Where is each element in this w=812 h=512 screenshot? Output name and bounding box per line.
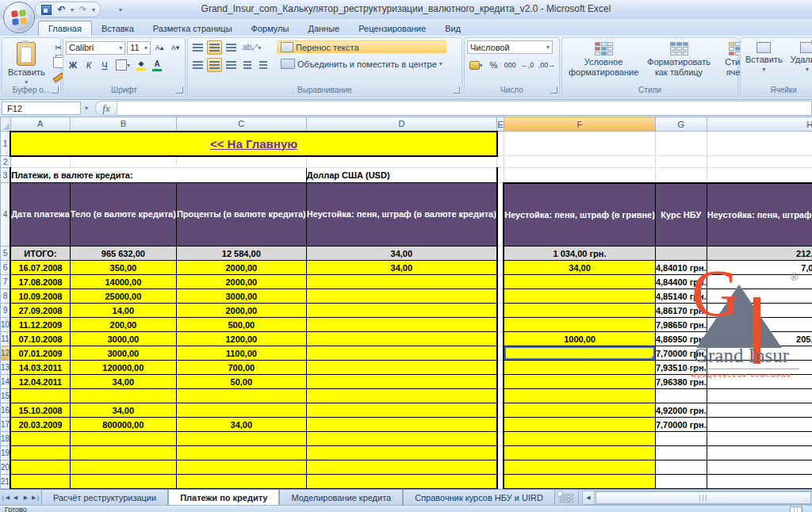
row-header-12[interactable]: 12 (1, 346, 11, 361)
cell-B11[interactable]: 3000,00 (70, 332, 176, 346)
scrollbar-thumb[interactable] (596, 491, 811, 504)
cell-B14[interactable]: 34,00 (70, 375, 176, 389)
row-header-21[interactable]: 21 (1, 475, 11, 489)
cell-G18[interactable] (655, 432, 707, 446)
cell-H7[interactable] (707, 275, 812, 289)
cell-C4[interactable]: Проценты (в валюте кредита) (176, 183, 306, 246)
cell-D14[interactable] (306, 375, 497, 389)
ribbon-tab-6[interactable]: Рецензирование (349, 21, 435, 36)
cell-G16[interactable]: 4,92000 грн. (655, 403, 707, 418)
cell-F8[interactable] (504, 289, 655, 304)
cell-G9[interactable]: 4,86170 грн. (655, 304, 707, 318)
cell-H5[interactable]: 212,38 (707, 246, 812, 261)
select-all-button[interactable] (1, 117, 11, 132)
column-header-C[interactable]: C (176, 117, 306, 132)
cell-D4[interactable]: Неустойка: пеня, штраф (в валюте кредита… (306, 183, 497, 246)
cell-G17[interactable]: 7,70000 грн. (655, 418, 707, 432)
cell-D21[interactable] (306, 475, 497, 489)
cell-E6[interactable] (497, 261, 504, 275)
cell-C15[interactable] (176, 389, 306, 403)
cell-F5[interactable]: 1 034,00 грн. (504, 246, 655, 261)
row-header-18[interactable]: 18 (1, 432, 11, 446)
insert-cells-button[interactable]: Вставить ▾ (743, 40, 785, 75)
cell-F1[interactable] (504, 132, 655, 156)
cell-B6[interactable]: 350,00 (70, 261, 176, 275)
cell-F16[interactable] (504, 403, 655, 418)
row-header-8[interactable]: 8 (1, 289, 11, 304)
cell-H10[interactable] (707, 318, 812, 332)
cell-G10[interactable]: 7,98650 грн. (655, 318, 707, 332)
cell-H1[interactable] (707, 132, 812, 156)
column-header-H[interactable]: H (707, 117, 812, 132)
cell-C6[interactable]: 2000,00 (176, 261, 306, 275)
last-sheet-button[interactable]: ▶❘ (31, 490, 41, 506)
cell-A16[interactable]: 15.10.2008 (10, 403, 70, 418)
cell-D19[interactable] (306, 446, 497, 460)
cell-A18[interactable] (10, 432, 70, 446)
cell-A17[interactable]: 20.03.2009 (10, 418, 70, 432)
cell-C11[interactable]: 1200,00 (176, 332, 306, 346)
next-sheet-button[interactable]: ▶ (21, 490, 31, 506)
insert-function-button[interactable]: fx (95, 101, 117, 116)
cell-B4[interactable]: Тело (в валюте кредита) (70, 183, 176, 246)
cell-C5[interactable]: 12 584,00 (176, 246, 306, 261)
cell-F19[interactable] (504, 446, 655, 460)
cell-A19[interactable] (10, 446, 70, 460)
cell-C20[interactable] (176, 460, 306, 475)
cell-F3[interactable] (504, 168, 655, 183)
cell-H4[interactable]: Неустойка: пеня, штраф (эквивалент в вал… (707, 183, 812, 246)
cell-C21[interactable] (176, 475, 306, 489)
cell-E9[interactable] (497, 304, 504, 318)
cell-H3[interactable] (707, 168, 812, 183)
cell-G11[interactable]: 4,86950 грн. (655, 332, 707, 346)
cell-D11[interactable] (306, 332, 497, 346)
cell-A6[interactable]: 16.07.2008 (10, 261, 70, 275)
cell-B5[interactable]: 965 632,00 (70, 246, 176, 261)
cell-C17[interactable]: 34,00 (176, 418, 306, 432)
row-header-2[interactable]: 2 (1, 156, 11, 168)
italic-button[interactable]: К (82, 58, 96, 72)
cell-A4[interactable]: Дата платежа (10, 183, 70, 246)
number-format-select[interactable]: Числовой▾ (467, 40, 553, 54)
name-box[interactable]: F12 (2, 101, 81, 115)
cell-E16[interactable] (497, 403, 504, 418)
row-header-20[interactable]: 20 (1, 460, 11, 475)
cell-D7[interactable] (306, 275, 497, 289)
accounting-format-button[interactable]: ▾ (467, 58, 485, 72)
font-color-button[interactable]: А (150, 58, 164, 72)
cell-A15[interactable] (10, 389, 70, 403)
cell-F18[interactable] (504, 432, 655, 446)
cell-B19[interactable] (70, 446, 176, 460)
paste-button[interactable]: Вставить ▾ (5, 40, 48, 87)
cell-B21[interactable] (70, 475, 176, 489)
cell-A9[interactable]: 27.09.2008 (10, 304, 70, 318)
cell-C7[interactable]: 2000,00 (176, 275, 306, 289)
row-header-19[interactable]: 19 (1, 446, 11, 460)
underline-button[interactable]: Ч (98, 58, 112, 72)
cell-D2[interactable] (306, 156, 497, 168)
cell-B10[interactable]: 200,00 (70, 318, 176, 332)
cell-G3[interactable] (655, 168, 707, 183)
row-header-15[interactable]: 15 (1, 389, 11, 403)
row-header-7[interactable]: 7 (1, 275, 11, 289)
number-dialog-launcher[interactable] (550, 86, 557, 94)
cell-H8[interactable] (707, 289, 812, 304)
cell-H16[interactable] (707, 403, 812, 418)
cell-E5[interactable] (497, 246, 504, 261)
cell-B17[interactable]: 800000,00 (70, 418, 176, 432)
cell-D10[interactable] (306, 318, 497, 332)
cell-B20[interactable] (70, 460, 176, 475)
clipboard-dialog-launcher[interactable] (52, 86, 59, 94)
cell-E19[interactable] (497, 446, 504, 460)
cell-F7[interactable] (504, 275, 655, 289)
cell-H15[interactable] (707, 389, 812, 403)
cell-H18[interactable] (707, 432, 812, 446)
cell-E21[interactable] (497, 475, 504, 489)
cell-G13[interactable]: 7,93510 грн. (655, 361, 707, 375)
row-header-16[interactable]: 16 (1, 403, 11, 418)
formula-input[interactable] (117, 101, 812, 116)
cell-A3[interactable]: Платежи, в валюте кредита: (10, 168, 306, 183)
cell-C14[interactable]: 50,00 (176, 375, 306, 389)
borders-button[interactable]: ▾ (113, 58, 132, 72)
increase-decimal-button[interactable]: ←,0 (519, 58, 535, 72)
